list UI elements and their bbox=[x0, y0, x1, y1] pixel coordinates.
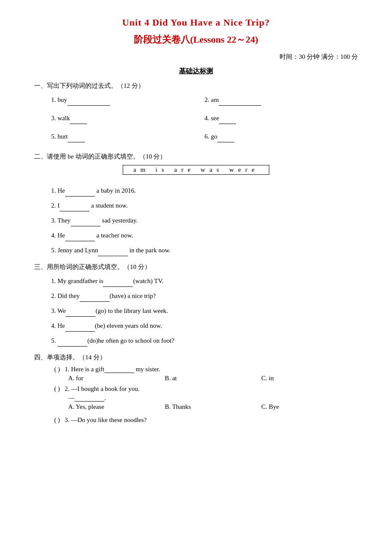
choice-2-c[interactable]: C. Bye bbox=[261, 403, 358, 410]
blank-3-1[interactable] bbox=[103, 286, 133, 287]
mc-item-2: ( ) 2. —I bought a book for you. bbox=[51, 385, 358, 393]
mc-choices-2: A. Yes, please B. Thanks C. Bye bbox=[68, 403, 358, 410]
section1-row1: 1. buy 2. am bbox=[51, 94, 358, 109]
mc-paren-2: ( ) bbox=[51, 385, 63, 393]
blank-1-6[interactable] bbox=[217, 142, 234, 142]
blank-4-2[interactable] bbox=[75, 401, 104, 402]
blank-2-4[interactable] bbox=[65, 241, 95, 241]
sub-title: 阶段过关卷八(Lessons 22～24) bbox=[34, 33, 358, 46]
section2-item5: 5. Jenny and Lynn in the park now. bbox=[51, 245, 358, 256]
blank-3-3[interactable] bbox=[66, 316, 95, 317]
blank-4-1[interactable] bbox=[104, 373, 134, 373]
section3-item5: 5. (do)he often go to school on foot? bbox=[51, 335, 358, 347]
section2-item1: 1. He a baby in 2016. bbox=[51, 185, 358, 197]
section1-item5: 5. hurt bbox=[51, 131, 205, 142]
section3-item4: 4. He(be) eleven years old now. bbox=[51, 320, 358, 332]
section-3-title: 三、用所给词的正确形式填空。（10 分） bbox=[34, 263, 358, 271]
blank-3-2[interactable] bbox=[80, 301, 110, 302]
section1-item1: 1. buy bbox=[51, 94, 205, 106]
blank-3-5[interactable] bbox=[58, 346, 87, 347]
blank-2-2[interactable] bbox=[60, 211, 89, 211]
section1-row3: 5. hurt 6. go bbox=[51, 131, 358, 146]
mc-item-1: ( ) 1. Here is a gift my sister. bbox=[51, 366, 358, 373]
section2-item2: 2. I a student now. bbox=[51, 200, 358, 211]
dialog-line-2: —. bbox=[68, 394, 358, 402]
section3-item1: 1. My grandfather is(watch) TV. bbox=[51, 275, 358, 287]
section2-item3: 3. They sad yesterday. bbox=[51, 215, 358, 226]
blank-1-2[interactable] bbox=[219, 105, 261, 106]
section1-item3: 3. walk bbox=[51, 113, 205, 124]
section-2-title: 二、请使用 be 动词的正确形式填空。（10 分） bbox=[34, 153, 358, 161]
blank-2-3[interactable] bbox=[71, 226, 101, 226]
choice-1-c[interactable]: C. in bbox=[261, 375, 358, 382]
blank-1-3[interactable] bbox=[70, 124, 87, 124]
section-2: 二、请使用 be 动词的正确形式填空。（10 分） am is are was … bbox=[34, 153, 358, 256]
mc-paren-3: ( ) bbox=[51, 416, 63, 424]
choice-1-b[interactable]: B. at bbox=[165, 375, 262, 382]
blank-1-4[interactable] bbox=[219, 124, 236, 124]
section1-item4: 4. see bbox=[205, 113, 358, 124]
section1-item2: 2. am bbox=[205, 94, 358, 106]
mc-item-3: ( ) 3. —Do you like these noodles? bbox=[51, 416, 358, 424]
blank-2-5[interactable] bbox=[98, 256, 128, 256]
section-4: 四、单项选择。（14 分） ( ) 1. Here is a gift my s… bbox=[34, 353, 358, 424]
section-1: 一、写出下列动词的过去式。（12 分） 1. buy 2. am 3. walk… bbox=[34, 82, 358, 146]
section2-item4: 4. He a teacher now. bbox=[51, 230, 358, 241]
section-4-title: 四、单项选择。（14 分） bbox=[34, 353, 358, 361]
choice-2-b[interactable]: B. Thanks bbox=[165, 403, 262, 410]
blank-2-1[interactable] bbox=[65, 196, 95, 197]
blank-1-1[interactable] bbox=[67, 105, 110, 106]
choice-2-a[interactable]: A. Yes, please bbox=[68, 403, 165, 410]
section1-row2: 3. walk 4. see bbox=[51, 113, 358, 127]
section1-item6: 6. go bbox=[205, 131, 358, 142]
section-3: 三、用所给词的正确形式填空。（10 分） 1. My grandfather i… bbox=[34, 263, 358, 347]
mc-choices-1: A. for B. at C. in bbox=[68, 375, 358, 382]
time-info: 时间：30 分钟 满分：100 分 bbox=[34, 53, 358, 61]
choice-1-a[interactable]: A. for bbox=[68, 375, 165, 382]
be-verb-box: am is are was were bbox=[123, 165, 269, 175]
section3-item2: 2. Did they(have) a nice trip? bbox=[51, 290, 358, 302]
be-verb-row: am is are was were bbox=[34, 165, 358, 181]
section3-item3: 3. We(go) to the library last week. bbox=[51, 305, 358, 317]
section-1-title: 一、写出下列动词的过去式。（12 分） bbox=[34, 82, 358, 90]
blank-1-5[interactable] bbox=[68, 142, 85, 142]
section-header: 基础达标测 bbox=[34, 67, 358, 76]
blank-3-4[interactable] bbox=[65, 331, 95, 332]
mc-paren-1: ( ) bbox=[51, 366, 63, 373]
main-title: Unit 4 Did You Have a Nice Trip? bbox=[34, 17, 358, 28]
